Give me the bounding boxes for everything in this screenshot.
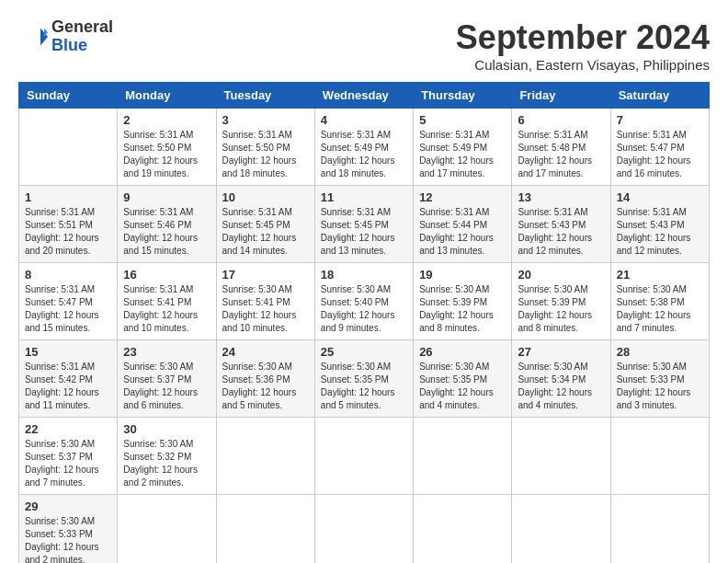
day-info: Sunrise: 5:30 AMSunset: 5:37 PMDaylight:… <box>123 361 210 412</box>
calendar-cell: 16 Sunrise: 5:31 AMSunset: 5:41 PMDaylig… <box>118 263 216 340</box>
calendar-cell: 23 Sunrise: 5:30 AMSunset: 5:37 PMDaylig… <box>118 340 216 418</box>
title-block: September 2024 Culasian, Eastern Visayas… <box>456 18 710 73</box>
day-number: 2 <box>123 113 210 127</box>
day-info: Sunrise: 5:30 AMSunset: 5:33 PMDaylight:… <box>617 361 703 412</box>
col-header-saturday: Saturday <box>610 83 709 109</box>
day-info: Sunrise: 5:31 AMSunset: 5:45 PMDaylight:… <box>321 206 407 258</box>
calendar-week-row: 22 Sunrise: 5:30 AMSunset: 5:37 PMDaylig… <box>19 418 710 495</box>
day-info: Sunrise: 5:31 AMSunset: 5:43 PMDaylight:… <box>518 206 604 258</box>
calendar-cell: 11 Sunrise: 5:31 AMSunset: 5:45 PMDaylig… <box>314 186 413 263</box>
calendar-week-row: 1 Sunrise: 5:31 AMSunset: 5:51 PMDayligh… <box>19 186 710 263</box>
day-number: 9 <box>123 190 210 204</box>
calendar-cell <box>414 418 512 495</box>
page-header: General Blue September 2024 Culasian, Ea… <box>18 18 710 73</box>
calendar-cell: 19 Sunrise: 5:30 AMSunset: 5:39 PMDaylig… <box>414 263 512 340</box>
location: Culasian, Eastern Visayas, Philippines <box>456 57 710 73</box>
calendar-cell: 12 Sunrise: 5:31 AMSunset: 5:44 PMDaylig… <box>414 186 512 263</box>
calendar-table: Sunday Monday Tuesday Wednesday Thursday… <box>18 82 710 563</box>
calendar-cell: 22 Sunrise: 5:30 AMSunset: 5:37 PMDaylig… <box>19 418 118 495</box>
day-info: Sunrise: 5:30 AMSunset: 5:36 PMDaylight:… <box>222 361 309 412</box>
day-number: 23 <box>123 345 210 359</box>
day-number: 7 <box>617 113 703 127</box>
calendar-cell <box>216 495 314 564</box>
calendar-cell: 14 Sunrise: 5:31 AMSunset: 5:43 PMDaylig… <box>610 186 709 263</box>
day-info: Sunrise: 5:30 AMSunset: 5:40 PMDaylight:… <box>321 283 407 335</box>
calendar-cell: 8 Sunrise: 5:31 AMSunset: 5:47 PMDayligh… <box>19 263 118 340</box>
calendar-cell: 4 Sunrise: 5:31 AMSunset: 5:49 PMDayligh… <box>314 109 413 186</box>
calendar-cell <box>512 418 610 495</box>
calendar-cell: 26 Sunrise: 5:30 AMSunset: 5:35 PMDaylig… <box>414 340 512 418</box>
day-info: Sunrise: 5:30 AMSunset: 5:35 PMDaylight:… <box>321 361 407 412</box>
day-info: Sunrise: 5:30 AMSunset: 5:34 PMDaylight:… <box>518 361 604 412</box>
day-number: 26 <box>419 345 506 359</box>
calendar-week-row: 2 Sunrise: 5:31 AMSunset: 5:50 PMDayligh… <box>19 109 710 186</box>
day-info: Sunrise: 5:31 AMSunset: 5:45 PMDaylight:… <box>222 206 309 258</box>
day-info: Sunrise: 5:31 AMSunset: 5:49 PMDaylight:… <box>321 129 407 180</box>
calendar-cell: 13 Sunrise: 5:31 AMSunset: 5:43 PMDaylig… <box>512 186 610 263</box>
day-info: Sunrise: 5:31 AMSunset: 5:48 PMDaylight:… <box>518 129 604 180</box>
calendar-week-row: 8 Sunrise: 5:31 AMSunset: 5:47 PMDayligh… <box>19 263 710 340</box>
calendar-cell <box>314 495 413 564</box>
day-number: 6 <box>518 113 604 127</box>
day-number: 28 <box>617 345 703 359</box>
day-info: Sunrise: 5:31 AMSunset: 5:49 PMDaylight:… <box>419 129 506 180</box>
day-number: 29 <box>25 500 111 513</box>
calendar-cell: 30 Sunrise: 5:30 AMSunset: 5:32 PMDaylig… <box>118 418 216 495</box>
day-number: 14 <box>617 190 703 204</box>
col-header-wednesday: Wednesday <box>314 83 413 109</box>
calendar-cell <box>610 495 709 564</box>
calendar-cell <box>118 495 216 564</box>
day-number: 17 <box>222 268 309 282</box>
calendar-cell <box>216 418 314 495</box>
day-info: Sunrise: 5:31 AMSunset: 5:51 PMDaylight:… <box>25 206 111 258</box>
calendar-cell: 15 Sunrise: 5:31 AMSunset: 5:42 PMDaylig… <box>19 340 118 418</box>
calendar-cell: 1 Sunrise: 5:31 AMSunset: 5:51 PMDayligh… <box>19 186 118 263</box>
calendar-cell: 27 Sunrise: 5:30 AMSunset: 5:34 PMDaylig… <box>512 340 610 418</box>
day-number: 4 <box>321 113 407 127</box>
day-info: Sunrise: 5:31 AMSunset: 5:47 PMDaylight:… <box>25 283 111 335</box>
day-number: 20 <box>518 268 604 282</box>
calendar-cell <box>414 495 512 564</box>
day-info: Sunrise: 5:31 AMSunset: 5:47 PMDaylight:… <box>617 129 703 180</box>
day-info: Sunrise: 5:31 AMSunset: 5:41 PMDaylight:… <box>123 283 210 335</box>
calendar-cell: 17 Sunrise: 5:30 AMSunset: 5:41 PMDaylig… <box>216 263 314 340</box>
logo-icon <box>18 22 48 52</box>
day-number: 12 <box>419 190 506 204</box>
calendar-week-row: 15 Sunrise: 5:31 AMSunset: 5:42 PMDaylig… <box>19 340 710 418</box>
calendar-header-row: Sunday Monday Tuesday Wednesday Thursday… <box>19 83 710 109</box>
day-info: Sunrise: 5:31 AMSunset: 5:50 PMDaylight:… <box>222 129 309 180</box>
col-header-sunday: Sunday <box>19 83 118 109</box>
day-info: Sunrise: 5:30 AMSunset: 5:38 PMDaylight:… <box>617 283 703 335</box>
day-number: 18 <box>321 268 407 282</box>
calendar-cell: 29 Sunrise: 5:30 AMSunset: 5:33 PMDaylig… <box>19 495 118 564</box>
calendar-cell <box>19 109 118 186</box>
day-info: Sunrise: 5:31 AMSunset: 5:46 PMDaylight:… <box>123 206 210 258</box>
day-number: 21 <box>617 268 703 282</box>
day-number: 16 <box>123 268 210 282</box>
calendar-cell: 7 Sunrise: 5:31 AMSunset: 5:47 PMDayligh… <box>610 109 709 186</box>
calendar-cell: 10 Sunrise: 5:31 AMSunset: 5:45 PMDaylig… <box>216 186 314 263</box>
logo: General Blue <box>18 18 113 55</box>
day-info: Sunrise: 5:31 AMSunset: 5:42 PMDaylight:… <box>25 361 111 412</box>
day-number: 30 <box>123 422 210 436</box>
day-number: 1 <box>25 190 111 204</box>
day-info: Sunrise: 5:31 AMSunset: 5:43 PMDaylight:… <box>617 206 703 258</box>
col-header-monday: Monday <box>118 83 216 109</box>
calendar-cell: 21 Sunrise: 5:30 AMSunset: 5:38 PMDaylig… <box>610 263 709 340</box>
day-number: 3 <box>222 113 309 127</box>
day-number: 8 <box>25 268 111 282</box>
day-info: Sunrise: 5:30 AMSunset: 5:35 PMDaylight:… <box>419 361 506 412</box>
day-number: 10 <box>222 190 309 204</box>
day-number: 27 <box>518 345 604 359</box>
logo-blue: Blue <box>51 36 87 54</box>
calendar-cell: 20 Sunrise: 5:30 AMSunset: 5:39 PMDaylig… <box>512 263 610 340</box>
day-info: Sunrise: 5:31 AMSunset: 5:50 PMDaylight:… <box>123 129 210 180</box>
calendar-cell <box>610 418 709 495</box>
calendar-cell <box>512 495 610 564</box>
calendar-cell: 25 Sunrise: 5:30 AMSunset: 5:35 PMDaylig… <box>314 340 413 418</box>
day-number: 24 <box>222 345 309 359</box>
day-info: Sunrise: 5:30 AMSunset: 5:33 PMDaylight:… <box>25 515 111 563</box>
day-info: Sunrise: 5:30 AMSunset: 5:39 PMDaylight:… <box>419 283 506 335</box>
calendar-cell: 18 Sunrise: 5:30 AMSunset: 5:40 PMDaylig… <box>314 263 413 340</box>
logo-text: General Blue <box>51 18 113 55</box>
